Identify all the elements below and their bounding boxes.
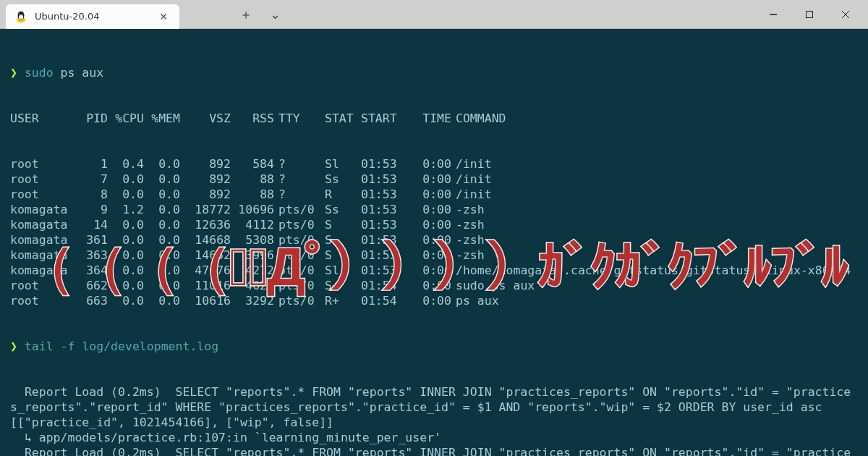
linux-icon [14, 10, 27, 23]
terminal-tab[interactable]: Ubuntu-20.04 ✕ [6, 4, 179, 29]
svg-point-3 [20, 14, 21, 15]
ps-row: komagata91.20.01877210696pts/0Ss01:530:0… [10, 202, 858, 217]
prompt-tail: ❯ tail -f log/development.log [10, 339, 858, 354]
ps-header: USERPID%CPU%MEMVSZRSSTTYSTATSTARTTIMECOM… [10, 111, 858, 126]
ps-row: komagata3640.00.0470764272pts/0Sl01:530:… [10, 263, 858, 278]
svg-point-2 [19, 14, 23, 19]
ps-row: komagata140.00.0126364112pts/0S01:530:00… [10, 217, 858, 232]
window-titlebar: Ubuntu-20.04 ✕ ＋ ⌄ [0, 0, 868, 29]
window-maximize-button[interactable] [793, 3, 826, 26]
tab-dropdown-button[interactable]: ⌄ [263, 4, 288, 25]
log-output: Report Load (0.2ms) SELECT "reports".* F… [10, 384, 858, 456]
ps-row: root10.40.0892584?Sl01:530:00/init [10, 156, 858, 172]
ps-row: root70.00.089288?Ss01:530:00/init [10, 172, 858, 187]
tab-close-button[interactable]: ✕ [159, 11, 168, 22]
ps-row: root6620.00.0110164620pts/0S+01:540:00su… [10, 278, 858, 293]
window-minimize-button[interactable] [757, 3, 790, 26]
prompt-ps: ❯ sudo ps aux [10, 65, 858, 80]
new-tab-button[interactable]: ＋ [232, 3, 260, 26]
ps-table: root10.40.0892584?Sl01:530:00/initroot70… [10, 156, 858, 308]
ps-row: komagata3610.00.0146685308pts/0S01:530:0… [10, 232, 858, 248]
terminal-body[interactable]: ❯ sudo ps aux USERPID%CPU%MEMVSZRSSTTYST… [0, 29, 868, 456]
svg-point-4 [22, 14, 23, 15]
window-close-button[interactable] [829, 3, 862, 26]
svg-rect-6 [807, 11, 813, 17]
ps-row: root80.00.089288?R01:530:00/init [10, 187, 858, 202]
tab-title: Ubuntu-20.04 [35, 11, 152, 22]
ps-row: root6630.00.0106163292pts/0R+01:540:00ps… [10, 293, 858, 308]
ps-row: komagata3630.00.0146523996pts/0S01:530:0… [10, 248, 858, 263]
